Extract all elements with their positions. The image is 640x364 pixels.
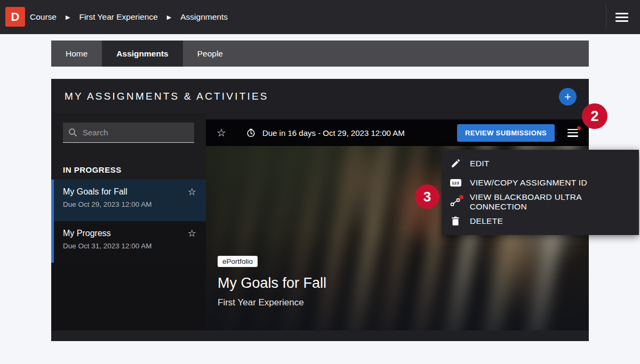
hero-caption: ePortfolio My Goals for Fall First Year …	[218, 256, 326, 308]
breadcrumb-assignments[interactable]: Assignments	[180, 12, 228, 22]
list-item-my-progress[interactable]: My Progress ☆ Due Oct 31, 2023 12:00 AM	[54, 221, 206, 263]
menu-item-delete[interactable]: DELETE	[442, 212, 639, 231]
annotation-step-2-badge: 2	[582, 103, 607, 129]
search-box[interactable]	[63, 123, 194, 143]
chevron-right-icon: ▶	[66, 14, 70, 21]
breadcrumb-course[interactable]: Course	[30, 12, 57, 22]
menu-item-label: VIEW/COPY ASSIGNMENT ID	[470, 178, 587, 188]
search-icon	[68, 128, 77, 137]
course-tabbar: Home Assignments People	[51, 41, 589, 67]
star-icon[interactable]: ☆	[188, 229, 196, 238]
menu-item-view-blackboard-ultra-connection[interactable]: VIEW BLACKBOARD ULTRA CONNECTION	[442, 192, 639, 212]
top-navigation-bar: D Course ▶ First Year Experience ▶ Assig…	[0, 0, 640, 34]
pencil-icon	[449, 158, 462, 169]
screen: D Course ▶ First Year Experience ▶ Assig…	[0, 0, 640, 364]
assignment-title: My Goals for Fall	[63, 187, 127, 197]
topbar-divider	[606, 5, 606, 29]
tab-assignments[interactable]: Assignments	[102, 41, 182, 67]
menu-item-view-copy-assignment-id[interactable]: 123 VIEW/COPY ASSIGNMENT ID	[442, 173, 639, 192]
due-text: Due in 16 days - Oct 29, 2023 12:00 AM	[262, 128, 405, 137]
star-icon[interactable]: ☆	[217, 127, 226, 138]
notification-dot	[459, 195, 463, 199]
assignment-context-menu: EDIT 123 VIEW/COPY ASSIGNMENT ID VIEW BL…	[442, 150, 639, 235]
eportfolio-tag: ePortfolio	[218, 256, 258, 267]
notification-dot	[577, 126, 581, 130]
assignments-sidebar: IN PROGRESS My Goals for Fall ☆ Due Oct …	[51, 113, 206, 330]
course-name: First Year Experience	[218, 297, 326, 308]
panel-title: MY ASSIGNMENTS & ACTIVITIES	[65, 91, 269, 102]
global-hamburger-menu-icon[interactable]	[615, 13, 628, 22]
id-123-icon: 123	[449, 177, 462, 189]
assignment-list: My Goals for Fall ☆ Due Oct 29, 2023 12:…	[51, 180, 206, 263]
tab-home[interactable]: Home	[51, 41, 102, 67]
breadcrumb-course-name[interactable]: First Year Experience	[79, 12, 157, 22]
tab-people[interactable]: People	[183, 41, 237, 67]
list-item-my-goals-for-fall[interactable]: My Goals for Fall ☆ Due Oct 29, 2023 12:…	[54, 180, 206, 221]
chevron-right-icon: ▶	[167, 14, 171, 21]
assignment-title: My Progress	[63, 229, 111, 238]
assignment-due-date: Due Oct 29, 2023 12:00 AM	[63, 200, 196, 208]
menu-item-label: DELETE	[470, 216, 503, 226]
card-hamburger-menu-icon[interactable]	[567, 129, 578, 137]
star-icon[interactable]: ☆	[188, 187, 196, 197]
assignment-due-date: Due Oct 31, 2023 12:00 AM	[63, 242, 196, 250]
search-input[interactable]	[83, 128, 189, 137]
due-bar: ☆ Due in 16 days - Oct 29, 2023 12:00 AM…	[206, 119, 589, 146]
annotation-step-3-badge: 3	[415, 184, 439, 209]
menu-item-label: EDIT	[470, 159, 490, 168]
app-logo[interactable]: D	[5, 7, 25, 27]
menu-item-edit[interactable]: EDIT	[442, 154, 639, 173]
menu-item-label: VIEW BLACKBOARD ULTRA CONNECTION	[470, 192, 639, 212]
add-assignment-button[interactable]: +	[559, 88, 577, 106]
breadcrumb: Course ▶ First Year Experience ▶ Assignm…	[30, 0, 228, 34]
clock-icon	[246, 128, 255, 137]
connection-icon	[449, 196, 462, 208]
section-header-in-progress: IN PROGRESS	[51, 160, 206, 180]
trash-icon	[449, 215, 462, 227]
assignment-title: My Goals for Fall	[218, 275, 326, 292]
review-submissions-button[interactable]: REVIEW SUBMISSIONS	[457, 124, 555, 142]
